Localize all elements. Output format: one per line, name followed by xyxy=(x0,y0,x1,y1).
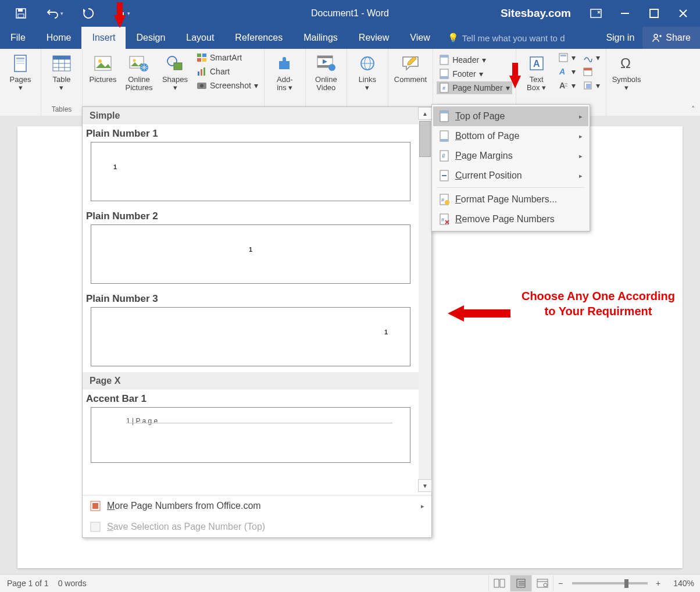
drop-cap-button[interactable]: A▾ xyxy=(556,79,578,92)
svg-text:A: A xyxy=(559,81,565,90)
svg-rect-36 xyxy=(317,56,333,58)
svg-rect-78 xyxy=(500,579,505,587)
web-layout-icon[interactable] xyxy=(531,575,553,591)
tab-review[interactable]: Review xyxy=(348,27,399,49)
svg-rect-77 xyxy=(494,579,499,587)
close-icon[interactable] xyxy=(669,0,698,27)
more-page-numbers[interactable]: More Page Numbers from Office.com▸ xyxy=(83,495,431,516)
tell-me-box[interactable]: 💡Tell me what you want to d xyxy=(441,27,598,49)
status-page[interactable]: Page 1 of 1 xyxy=(7,579,49,588)
addins-button[interactable]: Add- ins ▾ xyxy=(268,51,302,92)
annotation-arrow-gallery xyxy=(448,305,510,322)
tab-layout[interactable]: Layout xyxy=(176,27,224,49)
page-bottom-icon xyxy=(439,130,449,142)
drop-cap-icon: A xyxy=(558,80,569,91)
title-bar: ▾ ▾ Document1 - Word Sitesbay.com xyxy=(0,0,700,27)
svg-text:A: A xyxy=(533,59,540,69)
gallery-item-plain-2[interactable]: 1 xyxy=(91,224,410,284)
svg-rect-29 xyxy=(202,58,206,62)
text-box-button[interactable]: AText Box ▾ xyxy=(520,51,553,92)
page-number-gallery: Simple Plain Number 1 1 Plain Number 2 1… xyxy=(82,106,432,538)
svg-rect-27 xyxy=(202,54,206,57)
svg-rect-67 xyxy=(440,139,448,141)
online-pictures-button[interactable]: Online Pictures xyxy=(122,51,156,92)
tab-insert[interactable]: Insert xyxy=(81,27,126,49)
zoom-slider[interactable] xyxy=(572,582,648,584)
quick-parts-icon xyxy=(558,52,569,63)
tab-home[interactable]: Home xyxy=(36,27,82,49)
redo-icon[interactable] xyxy=(78,3,99,24)
print-layout-icon[interactable] xyxy=(510,575,531,591)
read-mode-icon[interactable] xyxy=(488,575,510,591)
tab-view[interactable]: View xyxy=(399,27,440,49)
date-time-button[interactable] xyxy=(580,65,602,78)
minimize-icon[interactable] xyxy=(610,0,640,27)
table-button[interactable]: Table▾ xyxy=(45,51,78,92)
svg-rect-65 xyxy=(440,111,448,113)
links-button[interactable]: Links▾ xyxy=(351,51,384,92)
pages-button[interactable]: Pages▾ xyxy=(3,51,37,92)
pictures-button[interactable]: Pictures xyxy=(86,51,120,84)
tab-file[interactable]: File xyxy=(0,27,36,49)
object-button[interactable]: ▾ xyxy=(580,79,602,92)
collapse-ribbon-icon[interactable]: ˄ xyxy=(691,105,695,113)
undo-icon[interactable]: ▾ xyxy=(44,3,65,24)
screenshot-button[interactable]: Screenshot ▾ xyxy=(194,79,260,92)
group-pages: Pages▾ xyxy=(0,49,41,116)
svg-rect-26 xyxy=(197,54,201,57)
submenu-page-margins[interactable]: #Page Margins▸ xyxy=(433,146,588,166)
zoom-out-button[interactable]: − xyxy=(553,575,567,591)
online-video-button[interactable]: Online Video xyxy=(309,51,343,92)
page-number-button[interactable]: #Page Number ▾ xyxy=(437,81,512,94)
wordart-icon: A xyxy=(558,66,569,77)
wordart-button[interactable]: A▾ xyxy=(556,65,578,78)
zoom-percent[interactable]: 140% xyxy=(664,579,694,588)
smartart-button[interactable]: SmartArt xyxy=(194,51,260,64)
footer-button[interactable]: Footer ▾ xyxy=(437,67,512,80)
signature-icon xyxy=(583,52,593,63)
gallery-scrollbar[interactable]: ▲ ▼ xyxy=(419,107,431,492)
symbols-button[interactable]: ΩSymbols▾ xyxy=(610,51,644,92)
zoom-in-button[interactable]: + xyxy=(652,575,664,591)
share-button[interactable]: Share xyxy=(642,27,700,49)
gallery-item-accent-1[interactable]: 1 | P a g e xyxy=(91,407,410,463)
lightbulb-icon: 💡 xyxy=(448,33,459,43)
group-illustrations: Pictures Online Pictures Shapes▾ SmartAr… xyxy=(83,49,265,116)
sign-in-link[interactable]: Sign in xyxy=(598,27,642,49)
maximize-icon[interactable] xyxy=(640,0,669,27)
svg-rect-10 xyxy=(16,60,24,62)
signature-button[interactable]: ▾ xyxy=(580,51,602,64)
page-icon xyxy=(10,54,30,73)
submenu-current-position[interactable]: Current Position▸ xyxy=(433,166,588,186)
svg-rect-31 xyxy=(201,69,202,76)
chart-button[interactable]: Chart xyxy=(194,65,260,78)
svg-rect-43 xyxy=(440,55,448,58)
scroll-up-icon[interactable]: ▲ xyxy=(418,107,432,120)
scroll-thumb[interactable] xyxy=(419,121,431,157)
comment-button[interactable]: Comment xyxy=(392,51,429,84)
status-words[interactable]: 0 words xyxy=(58,579,87,588)
svg-rect-32 xyxy=(203,67,205,76)
tab-references[interactable]: References xyxy=(224,27,293,49)
submenu-remove-page-numbers[interactable]: #Remove Page Numbers xyxy=(433,209,588,229)
tab-mailings[interactable]: Mailings xyxy=(293,27,348,49)
scroll-down-icon[interactable]: ▼ xyxy=(418,479,432,492)
shapes-icon xyxy=(165,54,185,73)
submenu-bottom-of-page[interactable]: Bottom of Page▸ xyxy=(433,126,588,146)
page-top-icon xyxy=(439,110,449,122)
quick-parts-button[interactable]: ▾ xyxy=(556,51,578,64)
links-icon xyxy=(358,54,377,73)
svg-rect-25 xyxy=(174,63,182,70)
ribbon-display-icon[interactable] xyxy=(581,0,610,27)
shapes-button[interactable]: Shapes▾ xyxy=(158,51,192,92)
tab-design[interactable]: Design xyxy=(126,27,176,49)
gallery-item-plain-2-title: Plain Number 2 xyxy=(83,207,419,224)
svg-rect-57 xyxy=(584,68,592,70)
submenu-top-of-page[interactable]: Top of Page▸ xyxy=(433,106,588,126)
person-icon xyxy=(652,33,662,43)
gallery-item-plain-1[interactable]: 1 xyxy=(91,142,410,201)
gallery-item-plain-3[interactable]: 1 xyxy=(91,307,410,366)
header-button[interactable]: Header ▾ xyxy=(437,54,512,66)
save-icon[interactable] xyxy=(10,3,31,24)
submenu-format-page-numbers[interactable]: #Format Page Numbers... xyxy=(433,190,588,209)
